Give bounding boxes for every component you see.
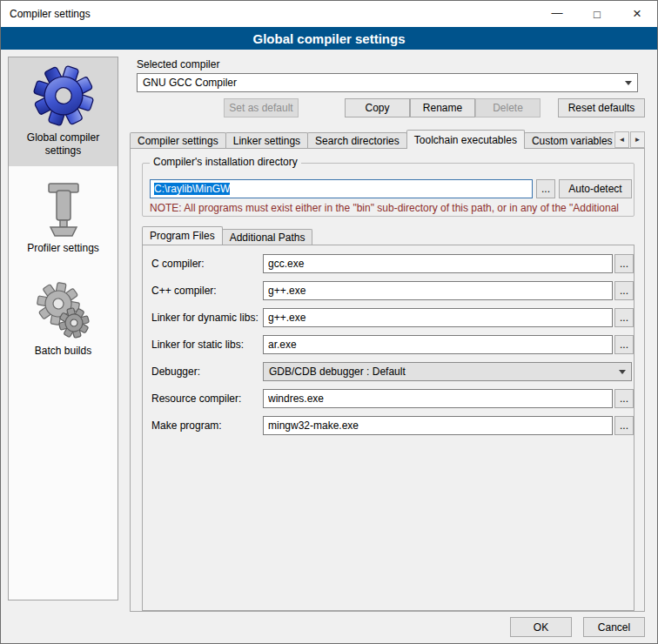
c-compiler-browse-button[interactable]: ...	[614, 254, 634, 273]
chevron-down-icon	[614, 364, 630, 379]
sidebar-item-label: Batch builds	[35, 345, 91, 358]
subtab-program-files[interactable]: Program Files	[142, 226, 223, 245]
installation-directory-groupbox: Compiler's installation directory C:\ray…	[142, 163, 634, 217]
settings-sidebar: Global compiler settings Profiler settin…	[8, 57, 118, 600]
titlebar: Compiler settings — □ ×	[1, 1, 657, 27]
field-row-cpp-compiler: C++ compiler: ...	[143, 281, 634, 300]
set-as-default-button[interactable]: Set as default	[224, 98, 299, 117]
minimize-icon: —	[552, 6, 563, 19]
blue-gear-icon	[33, 64, 94, 127]
debugger-combobox[interactable]: GDB/CDB debugger : Default	[263, 362, 632, 381]
tab-scroll-arrows: ◄ ►	[614, 131, 645, 148]
static-linker-input[interactable]	[263, 335, 613, 354]
tab-custom-variables[interactable]: Custom variables	[524, 132, 614, 149]
toolchain-executables-panel: Compiler's installation directory C:\ray…	[130, 148, 645, 612]
installation-directory-browse-button[interactable]: ...	[536, 179, 555, 198]
tab-linker-settings[interactable]: Linker settings	[225, 132, 308, 149]
c-compiler-label: C compiler:	[151, 254, 205, 273]
dynamic-linker-input[interactable]	[263, 308, 613, 327]
profiler-tool-icon	[38, 182, 89, 238]
copy-button[interactable]: Copy	[345, 98, 410, 117]
close-icon: ×	[633, 5, 641, 23]
gray-gears-icon	[36, 281, 91, 340]
selected-compiler-combobox[interactable]: GNU GCC Compiler	[137, 73, 638, 92]
selected-compiler-label: Selected compiler	[137, 58, 219, 70]
sidebar-item-global-compiler-settings[interactable]: Global compiler settings	[9, 57, 118, 166]
dialog-header-title: Global compiler settings	[252, 31, 405, 46]
window-controls: — □ ×	[537, 1, 657, 27]
field-row-static-linker: Linker for static libs: ...	[143, 335, 634, 354]
field-row-make-program: Make program: ...	[143, 416, 634, 435]
tab-scroll-right-icon[interactable]: ►	[630, 131, 645, 148]
sidebar-item-profiler-settings[interactable]: Profiler settings	[9, 175, 118, 264]
resource-compiler-input[interactable]	[263, 389, 613, 408]
tab-search-directories[interactable]: Search directories	[307, 132, 407, 149]
resource-compiler-label: Resource compiler:	[151, 389, 241, 408]
tab-scroll-left-icon[interactable]: ◄	[614, 131, 629, 148]
field-row-c-compiler: C compiler: ...	[143, 254, 634, 273]
installation-note-text: NOTE: All programs must exist either in …	[150, 202, 634, 214]
field-row-debugger: Debugger: GDB/CDB debugger : Default	[143, 362, 634, 381]
debugger-label: Debugger:	[151, 362, 200, 381]
maximize-button[interactable]: □	[577, 1, 617, 27]
field-row-dynamic-linker: Linker for dynamic libs: ...	[143, 308, 634, 327]
subtab-additional-paths[interactable]: Additional Paths	[222, 229, 313, 245]
cpp-compiler-label: C++ compiler:	[151, 281, 217, 300]
maximize-icon: □	[594, 8, 601, 21]
minimize-button[interactable]: —	[537, 1, 577, 27]
cpp-compiler-browse-button[interactable]: ...	[614, 281, 634, 300]
tab-strip: Compiler settings Linker settings Search…	[130, 130, 614, 149]
reset-defaults-button[interactable]: Reset defaults	[558, 98, 645, 117]
compiler-settings-dialog: Compiler settings — □ × Global compiler …	[0, 0, 658, 644]
main-tabbar: Compiler settings Linker settings Search…	[130, 130, 645, 149]
static-linker-browse-button[interactable]: ...	[614, 335, 634, 354]
make-program-label: Make program:	[151, 416, 222, 435]
program-files-panel: C compiler: ... C++ compiler: ... Linker…	[142, 245, 634, 611]
field-row-resource-compiler: Resource compiler: ...	[143, 389, 634, 408]
sidebar-item-label: Global compiler settings	[11, 131, 115, 158]
rename-button[interactable]: Rename	[410, 98, 475, 117]
auto-detect-button[interactable]: Auto-detect	[559, 179, 632, 198]
make-program-browse-button[interactable]: ...	[614, 416, 634, 435]
delete-button[interactable]: Delete	[475, 98, 540, 117]
dynamic-linker-label: Linker for dynamic libs:	[151, 308, 258, 327]
static-linker-label: Linker for static libs:	[151, 335, 244, 354]
cpp-compiler-input[interactable]	[263, 281, 613, 300]
chevron-down-icon	[621, 75, 636, 91]
close-button[interactable]: ×	[617, 1, 657, 27]
c-compiler-input[interactable]	[263, 254, 613, 273]
toolchain-subtabbar: Program Files Additional Paths	[142, 226, 312, 245]
sidebar-item-batch-builds[interactable]: Batch builds	[9, 274, 118, 366]
tab-toolchain-executables[interactable]: Toolchain executables	[406, 130, 525, 149]
dialog-header: Global compiler settings	[1, 27, 657, 50]
installation-directory-value: C:\raylib\MinGW	[154, 183, 230, 195]
sidebar-item-label: Profiler settings	[27, 242, 99, 255]
ok-button[interactable]: OK	[510, 617, 572, 637]
cancel-button[interactable]: Cancel	[583, 617, 645, 637]
window-title: Compiler settings	[1, 8, 91, 20]
installation-directory-group-label: Compiler's installation directory	[150, 156, 301, 168]
resource-compiler-browse-button[interactable]: ...	[614, 389, 634, 408]
installation-directory-input[interactable]: C:\raylib\MinGW	[150, 179, 533, 198]
debugger-value: GDB/CDB debugger : Default	[269, 366, 406, 378]
selected-compiler-value: GNU GCC Compiler	[143, 77, 237, 89]
tab-compiler-settings[interactable]: Compiler settings	[130, 132, 226, 149]
dynamic-linker-browse-button[interactable]: ...	[614, 308, 634, 327]
make-program-input[interactable]	[263, 416, 613, 435]
